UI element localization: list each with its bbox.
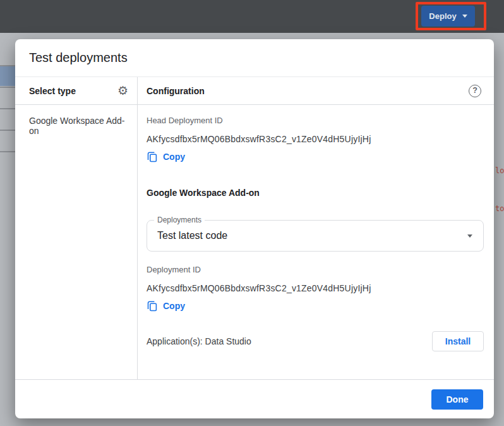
copy-icon — [147, 300, 158, 312]
dialog-title: Test deployments — [29, 51, 128, 65]
select-type-header: Select type — [29, 86, 76, 96]
deployment-type-list: Google Workspace Add-on — [15, 105, 138, 379]
dialog-body: Google Workspace Add-on Head Deployment … — [15, 105, 494, 379]
test-deployments-dialog: Test deployments Select type ⚙ Configura… — [15, 39, 494, 418]
deployment-id-value: AKfycsdfbx5rMQ06BbdxswfR3sC2_v1Ze0V4dH5U… — [147, 283, 371, 293]
applications-row: Application(s): Data Studio Install — [147, 331, 484, 351]
dialog-footer: Done — [15, 379, 494, 418]
done-button[interactable]: Done — [431, 389, 483, 410]
divider-line — [0, 151, 15, 152]
configuration-header: Configuration — [147, 86, 205, 96]
divider-line — [0, 130, 15, 131]
code-fragment: lo — [495, 166, 504, 175]
dropdown-arrow-icon — [467, 234, 472, 238]
deploy-button-label: Deploy — [429, 11, 456, 21]
select-type-panel-header: Select type ⚙ — [15, 77, 138, 104]
copy-icon — [147, 151, 158, 162]
divider-line — [0, 87, 15, 88]
deploy-button[interactable]: Deploy — [421, 6, 475, 27]
configuration-panel: Head Deployment ID AKfycsdfbx5rMQ06Bbdxs… — [147, 105, 484, 379]
applications-text: Application(s): Data Studio — [147, 336, 251, 346]
divider-line — [0, 108, 15, 109]
deployments-select-label: Deployments — [154, 216, 205, 224]
deployments-select-value: Test latest code — [157, 230, 227, 241]
deployment-id-label: Deployment ID — [147, 265, 201, 274]
dialog-subheader: Select type ⚙ Configuration ? — [15, 77, 494, 105]
head-deployment-id-label: Head Deployment ID — [147, 116, 223, 125]
copy-label: Copy — [163, 301, 185, 311]
configuration-panel-header: Configuration ? — [138, 77, 494, 104]
occluded-selected-row — [0, 66, 15, 86]
copy-head-id-button[interactable]: Copy — [147, 150, 185, 163]
deployment-type-item[interactable]: Google Workspace Add-on — [29, 116, 131, 136]
copy-deployment-id-button[interactable]: Copy — [147, 300, 185, 312]
question-mark: ? — [472, 87, 477, 95]
help-icon[interactable]: ? — [469, 85, 481, 97]
deployments-select[interactable]: Deployments Test latest code — [147, 220, 484, 252]
head-deployment-id-value: AKfycsdfbx5rMQ06BbdxswfR3sC2_v1Ze0V4dH5U… — [147, 134, 371, 144]
install-button[interactable]: Install — [432, 331, 484, 351]
screen: Deploy lo to Test deployments Select typ… — [0, 0, 504, 426]
addon-section-heading: Google Workspace Add-on — [147, 188, 260, 198]
dialog-header: Test deployments — [15, 39, 494, 77]
chevron-down-icon — [462, 15, 467, 18]
gear-icon[interactable]: ⚙ — [117, 85, 128, 97]
code-fragment: to — [495, 204, 504, 213]
copy-label: Copy — [163, 152, 185, 162]
